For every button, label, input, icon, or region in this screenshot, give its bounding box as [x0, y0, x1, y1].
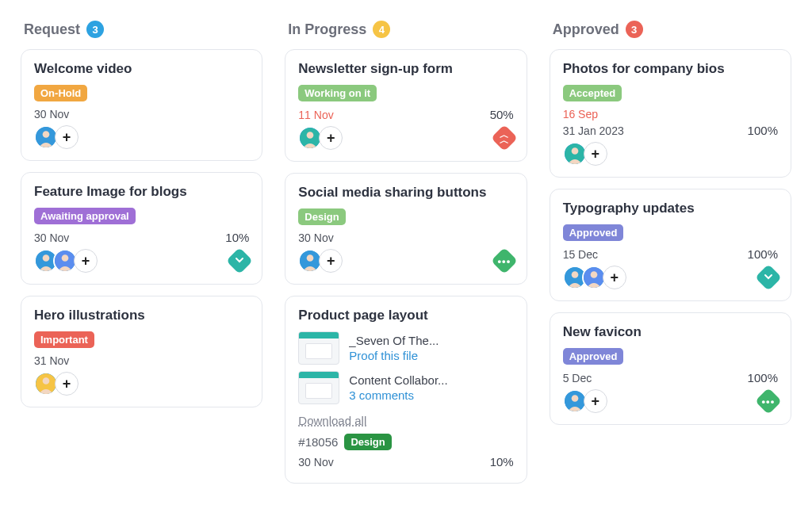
date-row: 15 Dec 100%: [563, 247, 778, 261]
status-chip[interactable]: Approved: [563, 348, 624, 365]
priority-indicator-icon[interactable]: ︿︿: [491, 124, 518, 151]
progress-text: 10%: [490, 455, 514, 469]
id-row: #18056 Design: [298, 434, 513, 450]
kanban-board: Request 3 Welcome videoOn-Hold 30 Nov + …: [0, 0, 812, 511]
card-date: 30 Nov: [34, 231, 69, 244]
task-card[interactable]: Feature Image for blogsAwaiting approval…: [21, 172, 262, 285]
status-chip[interactable]: Design: [298, 208, 345, 225]
add-assignee-button[interactable]: +: [319, 249, 343, 273]
card-date: 5 Dec: [563, 372, 592, 384]
card-date-2: 31 Jan 2023: [563, 124, 624, 137]
svg-point-17: [590, 271, 597, 278]
svg-point-11: [307, 254, 314, 262]
card-date: 15 Dec: [563, 248, 598, 261]
column-title: Approved: [553, 21, 619, 38]
add-assignee-button[interactable]: +: [319, 126, 343, 150]
date-row: 30 Nov: [298, 231, 513, 244]
date-row: 11 Nov 50%: [298, 108, 513, 121]
column-header: In Progress 4: [285, 21, 527, 38]
avatar-group: +: [563, 266, 626, 289]
status-chip[interactable]: On-Hold: [34, 85, 87, 101]
status-chip[interactable]: Working on it: [298, 85, 377, 101]
add-assignee-button[interactable]: +: [584, 389, 607, 413]
progress-text: 100%: [748, 124, 778, 137]
svg-point-13: [571, 147, 578, 155]
progress-text: 100%: [748, 371, 778, 384]
card-footer: +: [563, 266, 778, 289]
file-row[interactable]: Content Collabor... 3 comments: [298, 371, 513, 404]
task-id: #18056: [298, 435, 338, 449]
card-date: 11 Nov: [298, 109, 333, 121]
file-thumbnail-icon: [298, 371, 339, 404]
task-card[interactable]: Hero illustrationsImportant 31 Nov +: [21, 296, 262, 407]
file-row[interactable]: _Seven Of The... Proof this file: [298, 331, 513, 365]
card-date: 30 Nov: [34, 108, 69, 120]
card-footer: +: [34, 249, 249, 273]
card-title: Typography updates: [563, 201, 778, 216]
card-footer: +: [34, 372, 249, 396]
svg-point-5: [62, 254, 69, 262]
task-card[interactable]: Social media sharing buttonsDesign 30 No…: [285, 173, 527, 285]
date-row-2: 31 Jan 2023 100%: [563, 124, 778, 137]
add-assignee-button[interactable]: +: [55, 125, 79, 149]
task-card[interactable]: Product page layout _Seven Of The... Pro…: [285, 296, 527, 484]
add-assignee-button[interactable]: +: [603, 266, 626, 289]
task-card[interactable]: Typography updatesApproved 15 Dec 100% +: [550, 189, 791, 301]
status-chip[interactable]: Awaiting approval: [34, 208, 136, 224]
card-date: 31 Nov: [34, 354, 69, 367]
file-link[interactable]: Proof this file: [349, 349, 439, 362]
add-assignee-button[interactable]: +: [55, 372, 79, 396]
file-name: Content Collabor...: [349, 373, 447, 387]
priority-indicator-icon[interactable]: [226, 247, 253, 274]
priority-indicator-icon[interactable]: [755, 264, 782, 291]
date-row: 31 Nov: [34, 354, 249, 367]
card-title: Product page layout: [298, 308, 513, 323]
column: Approved 3 Photos for company biosAccept…: [550, 21, 791, 436]
status-chip[interactable]: Approved: [563, 224, 624, 241]
date-row: 30 Nov: [34, 108, 249, 120]
card-title: Feature Image for blogs: [34, 184, 249, 200]
avatar-group: +: [34, 125, 79, 149]
priority-indicator-icon[interactable]: •••: [755, 388, 782, 415]
priority-indicator-icon[interactable]: •••: [491, 247, 518, 274]
task-card[interactable]: Photos for company biosAccepted 16 Sep 3…: [550, 49, 791, 178]
file-link[interactable]: 3 comments: [349, 388, 447, 402]
task-card[interactable]: Welcome videoOn-Hold 30 Nov +: [21, 49, 262, 161]
card-title: New favicon: [563, 324, 778, 340]
add-assignee-button[interactable]: +: [584, 142, 607, 166]
file-name: _Seven Of The...: [349, 334, 439, 347]
avatar-group: +: [298, 126, 343, 150]
column: Request 3 Welcome videoOn-Hold 30 Nov + …: [21, 21, 262, 419]
download-all-link[interactable]: Download all: [298, 414, 366, 427]
column-header: Approved 3: [550, 21, 791, 38]
svg-point-9: [307, 132, 314, 139]
svg-point-1: [43, 131, 50, 138]
add-assignee-button[interactable]: +: [74, 249, 98, 273]
status-chip[interactable]: Accepted: [563, 85, 622, 101]
column: In Progress 4 Newsletter sign-up formWor…: [285, 21, 527, 495]
status-chip[interactable]: Important: [34, 331, 94, 348]
progress-text: 10%: [225, 231, 249, 244]
column-header: Request 3: [21, 21, 262, 38]
svg-point-7: [43, 377, 50, 384]
card-footer: + ︿︿: [298, 126, 513, 150]
avatar-group: +: [563, 142, 607, 166]
tag-pill[interactable]: Design: [344, 434, 391, 450]
column-count-badge: 3: [86, 21, 104, 38]
card-title: Photos for company bios: [563, 61, 778, 77]
file-thumbnail-icon: [298, 331, 339, 365]
task-card[interactable]: New faviconApproved 5 Dec 100% + •••: [550, 312, 791, 425]
card-title: Welcome video: [34, 61, 249, 77]
card-title: Hero illustrations: [34, 308, 249, 323]
card-date: 30 Nov: [298, 231, 333, 244]
card-date: 30 Nov: [298, 456, 333, 469]
card-title: Social media sharing buttons: [298, 185, 513, 201]
card-footer: + •••: [563, 389, 778, 413]
progress-text: 100%: [748, 247, 778, 261]
task-card[interactable]: Newsletter sign-up formWorking on it 11 …: [285, 49, 527, 162]
date-row: 16 Sep: [563, 108, 778, 120]
date-row: 30 Nov 10%: [34, 231, 249, 244]
date-row: 5 Dec 100%: [563, 371, 778, 384]
svg-point-19: [571, 395, 578, 402]
svg-point-3: [43, 254, 50, 262]
